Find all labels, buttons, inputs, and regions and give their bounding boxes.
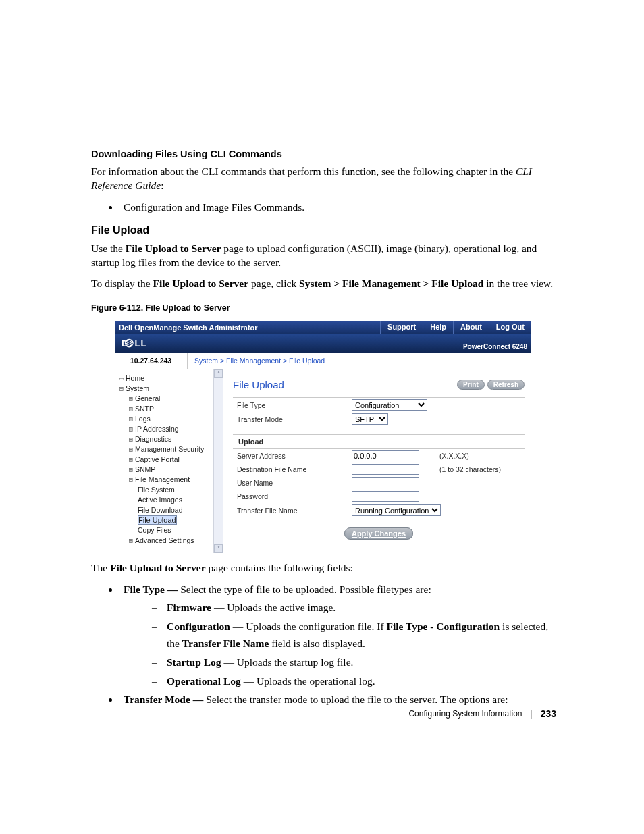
link-help[interactable]: Help xyxy=(423,321,453,334)
tree-label: Management Security xyxy=(135,445,204,453)
plus-icon: ⊞ xyxy=(127,536,135,546)
apply-changes-button[interactable]: Apply Changes xyxy=(344,527,413,540)
minus-icon: ⊟ xyxy=(127,475,135,485)
sub-bar: 10.27.64.243 System > File Management > … xyxy=(115,353,531,369)
bullet-config-image-files: Configuration and Image Files Commands. xyxy=(119,200,556,215)
content-pane: File Upload Print Refresh File Type Conf… xyxy=(223,369,531,553)
tree-file-upload[interactable]: File Upload xyxy=(138,515,223,525)
link-logout[interactable]: Log Out xyxy=(489,321,531,334)
window-title: Dell OpenManage Switch Administrator xyxy=(115,323,380,332)
tree-system[interactable]: ⊟System ⊞General ⊞SNTP ⊞Logs ⊞IP Address… xyxy=(117,384,223,546)
tree-label: Diagnostics xyxy=(135,435,171,443)
para-fu-intro: Use the File Upload to Server page to up… xyxy=(91,242,556,270)
text: — Uploads the operational log. xyxy=(241,675,375,687)
select-transfer-mode[interactable]: SFTP xyxy=(352,413,388,425)
select-transfer-file-name[interactable]: Running Configuration xyxy=(352,504,441,516)
tree-label: Logs xyxy=(135,415,151,423)
tree-captive-portal[interactable]: ⊞Captive Portal xyxy=(127,454,223,465)
tree-label: Copy Files xyxy=(138,526,171,534)
label-server-address: Server Address xyxy=(233,449,348,463)
label-password: Password xyxy=(233,490,348,503)
text: The xyxy=(91,562,110,573)
text: — Uploads the active image. xyxy=(211,602,336,613)
hint-dest-file-name: (1 to 32 characters) xyxy=(435,463,525,476)
plus-icon: ⊞ xyxy=(127,434,135,444)
input-dest-file-name[interactable] xyxy=(352,464,419,475)
tree-label: System xyxy=(126,384,149,392)
dash-firmware: Firmware — Uploads the active image. xyxy=(167,600,556,616)
tree-label: SNTP xyxy=(135,405,154,413)
tree-file-management[interactable]: ⊟File Management File System Active Imag… xyxy=(127,475,223,536)
bullet-transfer-mode: Transfer Mode — Select the transfer mode… xyxy=(119,692,556,707)
input-user-name[interactable] xyxy=(352,477,419,488)
text-bold: File Type — xyxy=(124,583,180,595)
footer-page-number: 233 xyxy=(541,708,556,719)
tree-snmp[interactable]: ⊞SNMP xyxy=(127,465,223,475)
tree-label: Active Images xyxy=(138,496,182,504)
plus-icon: ⊞ xyxy=(127,454,135,465)
para-fields-intro: The File Upload to Server page contains … xyxy=(91,561,556,575)
brand-bar: D LL PowerConnect 6248 xyxy=(115,334,531,353)
tree-management-security[interactable]: ⊞Management Security xyxy=(127,444,223,454)
para-fu-nav: To display the File Upload to Server pag… xyxy=(91,277,556,291)
link-about[interactable]: About xyxy=(453,321,489,334)
scroll-up-button[interactable]: ˄ xyxy=(214,369,223,378)
tree-ip-addressing[interactable]: ⊞IP Addressing xyxy=(127,424,223,434)
input-server-address[interactable] xyxy=(352,450,419,461)
text: Select the transfer mode to upload the f… xyxy=(206,694,508,705)
tree-file-system[interactable]: File System xyxy=(138,485,223,495)
hint-server-address: (X.X.X.X) xyxy=(435,449,525,463)
text: in the tree view. xyxy=(483,278,553,289)
text-bold: System > File Management > File Upload xyxy=(299,278,483,289)
nav-tree: ▭Home ⊟System ⊞General ⊞SNTP ⊞Logs ⊞IP A… xyxy=(115,369,223,553)
text-bold: Transfer Mode — xyxy=(124,694,206,705)
text: page, click xyxy=(248,278,299,289)
plus-icon: ⊞ xyxy=(127,414,135,424)
text-bold: Configuration xyxy=(167,621,230,632)
ip-address: 10.27.64.243 xyxy=(115,353,188,369)
chevron-up-icon: ˄ xyxy=(217,371,220,377)
heading-file-upload: File Upload xyxy=(91,224,556,236)
text-bold: Startup Log xyxy=(167,656,221,668)
scrollbar[interactable]: ˄ ˅ xyxy=(213,369,223,553)
tree-label: Advanced Settings xyxy=(135,536,194,544)
workspace: ▭Home ⊟System ⊞General ⊞SNTP ⊞Logs ⊞IP A… xyxy=(115,369,531,553)
page-title: File Upload xyxy=(233,379,454,390)
plus-icon: ⊞ xyxy=(127,444,135,454)
tree-general[interactable]: ⊞General xyxy=(127,394,223,404)
text: Select the type of file to be uploaded. … xyxy=(180,583,431,595)
tree-advanced-settings[interactable]: ⊞Advanced Settings xyxy=(127,536,223,546)
input-password[interactable] xyxy=(352,491,419,502)
select-file-type[interactable]: Configuration xyxy=(352,399,427,411)
screenshot-file-upload: Dell OpenManage Switch Administrator Sup… xyxy=(115,321,531,553)
refresh-button[interactable]: Refresh xyxy=(487,380,525,390)
tree-file-download[interactable]: File Download xyxy=(138,505,223,515)
chevron-down-icon: ˅ xyxy=(217,546,220,552)
plus-icon: ⊞ xyxy=(127,465,135,475)
para-cli-intro: For information about the CLI commands t… xyxy=(91,165,556,193)
tree-logs[interactable]: ⊞Logs xyxy=(127,414,223,424)
panel-header-upload: Upload xyxy=(233,435,525,449)
minus-icon: ⊟ xyxy=(117,384,126,394)
tree-home[interactable]: ▭Home xyxy=(117,373,223,384)
tree-label: File System xyxy=(138,486,175,494)
tree-diagnostics[interactable]: ⊞Diagnostics xyxy=(127,434,223,444)
label-dest-file-name: Destination File Name xyxy=(233,463,348,476)
bullet-file-type: File Type — Select the type of file to b… xyxy=(119,582,556,689)
text-bold: File Type - Configuration xyxy=(386,621,500,632)
svg-text:LL: LL xyxy=(135,338,147,348)
label-transfer-file-name: Transfer File Name xyxy=(233,503,348,517)
scroll-down-button[interactable]: ˅ xyxy=(214,544,223,553)
tree-active-images[interactable]: Active Images xyxy=(138,495,223,505)
link-support[interactable]: Support xyxy=(380,321,423,334)
tree-label-selected: File Upload xyxy=(138,515,177,525)
tree-label: Home xyxy=(126,374,144,382)
text: To display the xyxy=(91,278,153,289)
text: : xyxy=(161,180,163,191)
tree-sntp[interactable]: ⊞SNTP xyxy=(127,404,223,414)
dash-operational-log: Operational Log — Uploads the operationa… xyxy=(167,673,556,689)
tree-label: IP Addressing xyxy=(135,425,179,433)
tree-copy-files[interactable]: Copy Files xyxy=(138,525,223,536)
model-label: PowerConnect 6248 xyxy=(463,343,527,350)
print-button[interactable]: Print xyxy=(457,380,485,390)
